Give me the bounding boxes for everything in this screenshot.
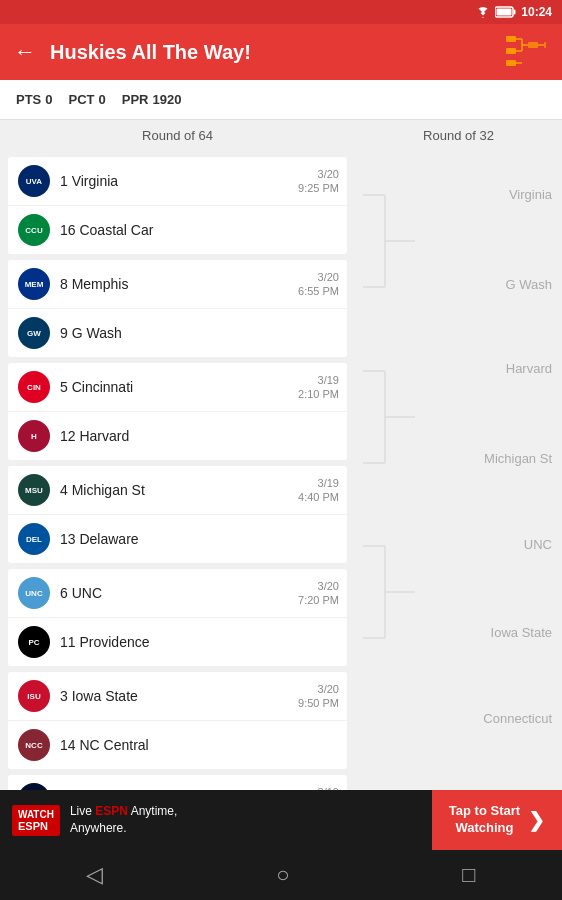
- r32-team-label: Iowa State: [355, 625, 552, 640]
- main-content: UVA 1 Virginia 3/209:25 PM CCU 16 Coasta…: [0, 151, 562, 821]
- team-seed-name: 6 UNC: [60, 585, 102, 601]
- round-64-col: UVA 1 Virginia 3/209:25 PM CCU 16 Coasta…: [0, 151, 355, 821]
- r32-team-label: Michigan St: [355, 451, 552, 466]
- header: ← Huskies All The Way!: [0, 24, 562, 80]
- matchup-time: 3/209:50 PM: [298, 682, 339, 711]
- team-seed-name: 13 Delaware: [60, 531, 139, 547]
- espn-brand: ESPN: [95, 804, 128, 818]
- team-seed-name: 1 Virginia: [60, 173, 118, 189]
- status-time: 10:24: [521, 5, 552, 19]
- round-64-header: Round of 64: [0, 120, 355, 151]
- nav-home-button[interactable]: ○: [276, 862, 289, 888]
- r32-team-label: Harvard: [355, 361, 552, 376]
- bracket-icon: [504, 32, 548, 72]
- status-icons: 10:24: [475, 5, 552, 19]
- espn-tagline: Live ESPN Anytime,Anywhere.: [70, 803, 177, 837]
- r32-team-label: G Wash: [355, 277, 552, 292]
- team-row[interactable]: CCU 16 Coastal Car: [8, 206, 347, 254]
- tap-line1: Tap to Start: [449, 803, 520, 820]
- team-seed-name: 16 Coastal Car: [60, 222, 153, 238]
- matchup-time: 3/194:40 PM: [298, 476, 339, 505]
- watch-text: WATCH: [18, 809, 54, 820]
- team-seed-name: 11 Providence: [60, 634, 150, 650]
- team-row[interactable]: H 12 Harvard: [8, 412, 347, 460]
- round-32-header: Round of 32: [355, 120, 562, 151]
- pts-label: PTS: [16, 92, 41, 107]
- pct-stat: PCT 0: [69, 92, 106, 107]
- matchup-card: MEM 8 Memphis 3/206:55 PM GW 9 G Wash: [8, 260, 347, 357]
- team-seed-name: 3 Iowa State: [60, 688, 138, 704]
- status-bar: 10:24: [0, 0, 562, 24]
- svg-rect-2: [514, 10, 516, 15]
- team-row[interactable]: CIN 5 Cincinnati 3/192:10 PM: [8, 363, 347, 412]
- back-button[interactable]: ←: [14, 39, 36, 65]
- espn-watch-section: WATCH ESPN Live ESPN Anytime,Anywhere.: [0, 790, 432, 850]
- matchup-time: 3/207:20 PM: [298, 579, 339, 608]
- svg-rect-13: [544, 42, 546, 48]
- svg-rect-5: [506, 60, 516, 66]
- header-title: Huskies All The Way!: [50, 41, 490, 64]
- svg-rect-4: [506, 48, 516, 54]
- team-row[interactable]: PC 11 Providence: [8, 618, 347, 666]
- team-seed-name: 14 NC Central: [60, 737, 149, 753]
- team-row[interactable]: GW 9 G Wash: [8, 309, 347, 357]
- team-seed-name: 4 Michigan St: [60, 482, 145, 498]
- team-seed-name: 8 Memphis: [60, 276, 128, 292]
- team-row[interactable]: UVA 1 Virginia 3/209:25 PM: [8, 157, 347, 206]
- svg-rect-1: [497, 9, 512, 16]
- team-seed-name: 12 Harvard: [60, 428, 129, 444]
- matchup-time: 3/209:25 PM: [298, 167, 339, 196]
- matchup-card: UNC 6 UNC 3/207:20 PM PC 11 Providence: [8, 569, 347, 666]
- pct-value: 0: [99, 92, 106, 107]
- matchup-time: 3/192:10 PM: [298, 373, 339, 402]
- team-seed-name: 9 G Wash: [60, 325, 122, 341]
- tap-to-watch-text: Tap to Start Watching: [449, 803, 520, 837]
- espn-watch-label: WATCH ESPN: [12, 805, 60, 836]
- svg-rect-3: [506, 36, 516, 42]
- wifi-icon: [475, 6, 491, 18]
- ppr-stat: PPR 1920: [122, 92, 182, 107]
- ppr-value: 1920: [153, 92, 182, 107]
- tap-arrow-icon: ❯: [528, 808, 545, 832]
- team-row[interactable]: UNC 6 UNC 3/207:20 PM: [8, 569, 347, 618]
- pts-value: 0: [45, 92, 52, 107]
- team-row[interactable]: NCC 14 NC Central: [8, 721, 347, 769]
- matchup-card: CIN 5 Cincinnati 3/192:10 PM H 12 Harvar…: [8, 363, 347, 460]
- matchup-time: 3/206:55 PM: [298, 270, 339, 299]
- tap-line2: Watching: [449, 820, 520, 837]
- matchup-card: ISU 3 Iowa State 3/209:50 PM NCC 14 NC C…: [8, 672, 347, 769]
- ppr-label: PPR: [122, 92, 149, 107]
- bottom-nav: ◁ ○ □: [0, 850, 562, 900]
- stats-bar: PTS 0 PCT 0 PPR 1920: [0, 80, 562, 120]
- team-row[interactable]: MSU 4 Michigan St 3/194:40 PM: [8, 466, 347, 515]
- team-seed-name: 5 Cincinnati: [60, 379, 133, 395]
- r32-team-label: Connecticut: [355, 711, 552, 726]
- battery-icon: [495, 6, 517, 18]
- team-row[interactable]: MEM 8 Memphis 3/206:55 PM: [8, 260, 347, 309]
- round-32-col: VirginiaG WashHarvardMichigan StUNCIowa …: [355, 151, 562, 821]
- rounds-header: Round of 64 Round of 32: [0, 120, 562, 151]
- r32-team-label: UNC: [355, 537, 552, 552]
- r32-team-label: Virginia: [355, 187, 552, 202]
- espn-text: ESPN: [18, 820, 54, 832]
- team-row[interactable]: DEL 13 Delaware: [8, 515, 347, 563]
- team-row[interactable]: ISU 3 Iowa State 3/209:50 PM: [8, 672, 347, 721]
- matchup-card: MSU 4 Michigan St 3/194:40 PM DEL 13 Del…: [8, 466, 347, 563]
- tap-to-watch-button[interactable]: Tap to Start Watching ❯: [432, 790, 562, 850]
- nav-recents-button[interactable]: □: [462, 862, 475, 888]
- nav-back-button[interactable]: ◁: [86, 862, 103, 888]
- matchup-card: UVA 1 Virginia 3/209:25 PM CCU 16 Coasta…: [8, 157, 347, 254]
- espn-banner: WATCH ESPN Live ESPN Anytime,Anywhere. T…: [0, 790, 562, 850]
- pts-stat: PTS 0: [16, 92, 53, 107]
- pct-label: PCT: [69, 92, 95, 107]
- svg-rect-11: [528, 42, 538, 48]
